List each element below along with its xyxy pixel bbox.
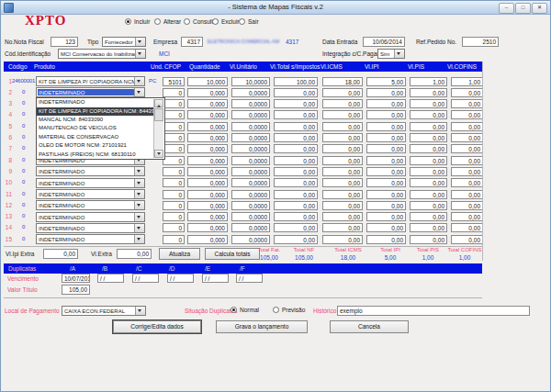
- product-combo[interactable]: INDETERMINADO: [36, 223, 145, 233]
- product-combo[interactable]: INDETERMINADO: [36, 166, 145, 176]
- ref-pedido-input[interactable]: 2510: [462, 37, 499, 47]
- vl-cofins-input[interactable]: 0,00: [451, 110, 483, 119]
- vl-icms-input[interactable]: 0,00: [322, 133, 363, 142]
- chevron-down-icon[interactable]: [135, 50, 145, 58]
- mode-radio-alterar[interactable]: Alterar: [154, 18, 181, 25]
- vl-total-input[interactable]: 0,00: [274, 178, 318, 187]
- vl-cofins-input[interactable]: 0,00: [451, 201, 483, 210]
- vl-total-input[interactable]: 0,00: [274, 190, 318, 199]
- vl-total-input[interactable]: 0,00: [274, 201, 318, 210]
- quantidade-input[interactable]: 0,000: [187, 201, 228, 210]
- vl-icms-input[interactable]: 0,00: [322, 144, 363, 153]
- vl-icms-input[interactable]: 18,00: [322, 77, 363, 86]
- dropdown-option[interactable]: KIT DE LIMPEZA P/ COPIADORA NCM: 8443992…: [37, 107, 154, 116]
- quantidade-input[interactable]: 0,000: [187, 110, 228, 119]
- cfop-input[interactable]: 0: [163, 99, 185, 108]
- vl-cofins-input[interactable]: 0,00: [451, 190, 483, 199]
- cfop-input[interactable]: 5101: [163, 77, 185, 86]
- dropdown-option[interactable]: MANUTENCAO DE VEICULOS: [37, 124, 154, 132]
- vl-pis-input[interactable]: 0,00: [410, 167, 447, 176]
- quantidade-input[interactable]: 0,000: [187, 212, 228, 221]
- vl-ipi-input[interactable]: 0,00: [366, 178, 406, 187]
- situacao-radio-previsao[interactable]: Previsão: [273, 307, 305, 313]
- vl-ipi-input[interactable]: 0,00: [366, 235, 406, 244]
- vl-pis-input[interactable]: 0,00: [410, 235, 447, 244]
- cfop-input[interactable]: 0: [163, 178, 185, 187]
- product-combo[interactable]: INDETERMINADO: [36, 178, 145, 188]
- cfop-input[interactable]: 0: [163, 110, 185, 119]
- vl-ipi-input[interactable]: 0,00: [366, 133, 406, 142]
- cfop-input[interactable]: 0: [163, 190, 185, 199]
- vl-unitario-input[interactable]: 0,0000: [231, 167, 270, 176]
- cfop-input[interactable]: 0: [163, 212, 185, 221]
- vl-total-input[interactable]: 0,00: [274, 156, 318, 165]
- vl-unitario-input[interactable]: 0,0000: [231, 99, 270, 108]
- vencimento-input[interactable]: 10/07/2014: [62, 274, 90, 283]
- chevron-down-icon[interactable]: [134, 235, 144, 243]
- vl-ipi-input[interactable]: 0,00: [366, 167, 406, 176]
- dropdown-option[interactable]: MANCAL NCM: 84033090: [37, 116, 154, 124]
- vl-unitario-input[interactable]: 0,0000: [231, 178, 270, 187]
- dropdown-scrollbar[interactable]: [153, 99, 163, 158]
- vl-icms-input[interactable]: 0,00: [322, 88, 363, 97]
- vl-unitario-input[interactable]: 0,0000: [231, 212, 270, 221]
- radio-icon[interactable]: [231, 307, 237, 313]
- vl-pis-input[interactable]: 0,00: [410, 99, 447, 108]
- vl-unitario-input[interactable]: 0,0000: [231, 133, 270, 142]
- vl-cofins-input[interactable]: 1,00: [451, 77, 483, 86]
- vl-cofins-input[interactable]: 0,00: [451, 133, 483, 142]
- vl-cofins-input[interactable]: 0,00: [451, 235, 483, 244]
- chevron-down-icon[interactable]: [135, 38, 145, 46]
- cfop-input[interactable]: 0: [163, 167, 185, 176]
- vl-unitario-input[interactable]: 0,0000: [231, 88, 270, 97]
- scroll-down-icon[interactable]: [154, 150, 163, 158]
- chevron-down-icon[interactable]: [134, 167, 144, 175]
- product-combo[interactable]: INDETERMINADO: [36, 189, 145, 199]
- local-pagamento-combo[interactable]: CAIXA ECON.FEDERAL: [62, 306, 146, 316]
- cfop-input[interactable]: 0: [163, 133, 185, 142]
- vl-total-input[interactable]: 0,00: [274, 122, 318, 131]
- vl-pis-input[interactable]: 0,00: [410, 178, 447, 187]
- mode-radio-excluir[interactable]: Excluir: [212, 18, 240, 25]
- nota-fiscal-input[interactable]: 123: [51, 37, 78, 47]
- vencimento-input[interactable]: / /: [236, 274, 263, 283]
- vl-unitario-input[interactable]: 0,0000: [231, 156, 270, 165]
- vl-unitario-input[interactable]: 0,0000: [231, 110, 270, 119]
- data-entrada-input[interactable]: 10/06/2014: [363, 37, 405, 47]
- chevron-down-icon[interactable]: [134, 88, 144, 96]
- quantidade-input[interactable]: 0,000: [187, 88, 228, 97]
- vl-icms-input[interactable]: 0,00: [322, 99, 363, 108]
- vl-ipi-input[interactable]: 0,00: [366, 212, 406, 221]
- vl-total-input[interactable]: 0,00: [274, 88, 318, 97]
- chevron-down-icon[interactable]: [135, 307, 145, 315]
- vl-icms-input[interactable]: 0,00: [322, 156, 363, 165]
- radio-icon[interactable]: [154, 18, 161, 25]
- vl-pis-input[interactable]: 0,00: [410, 88, 447, 97]
- cod-identificacao-combo[interactable]: MCI Conservacao do Inabilizado: [58, 49, 146, 59]
- product-combo[interactable]: INDETERMINADO: [36, 87, 145, 97]
- cfop-input[interactable]: 0: [163, 235, 185, 244]
- quantidade-input[interactable]: 0,000: [187, 144, 228, 153]
- product-combo[interactable]: INDETERMINADO: [36, 212, 145, 222]
- vencimento-input[interactable]: / /: [167, 274, 194, 283]
- vl-total-input[interactable]: 0,00: [274, 167, 318, 176]
- cfop-input[interactable]: 0: [163, 122, 185, 131]
- vl-total-input[interactable]: 100,00: [274, 77, 318, 86]
- vl-icms-input[interactable]: 0,00: [322, 223, 363, 232]
- vl-unitario-input[interactable]: 0,0000: [231, 235, 270, 244]
- chevron-down-icon[interactable]: [134, 201, 144, 209]
- quantidade-input[interactable]: 0,000: [187, 235, 228, 244]
- quantidade-input[interactable]: 0,000: [187, 167, 228, 176]
- vl-extra-input[interactable]: 0,00: [117, 249, 152, 259]
- vl-ipi-input[interactable]: 0,00: [366, 144, 406, 153]
- vl-cofins-input[interactable]: 0,00: [451, 144, 483, 153]
- atualiza-button[interactable]: Atualiza: [159, 248, 200, 260]
- vl-total-input[interactable]: 0,00: [274, 99, 318, 108]
- dropdown-option[interactable]: INDETERMINADO: [37, 98, 154, 106]
- vencimento-input[interactable]: / /: [202, 274, 229, 283]
- corrige-edita-button[interactable]: Corrige/Edita dados: [113, 320, 201, 333]
- chevron-down-icon[interactable]: [394, 50, 404, 58]
- tipo-combo[interactable]: Fornecedor: [102, 37, 146, 47]
- radio-icon[interactable]: [273, 307, 279, 313]
- vl-icms-input[interactable]: 0,00: [322, 110, 363, 119]
